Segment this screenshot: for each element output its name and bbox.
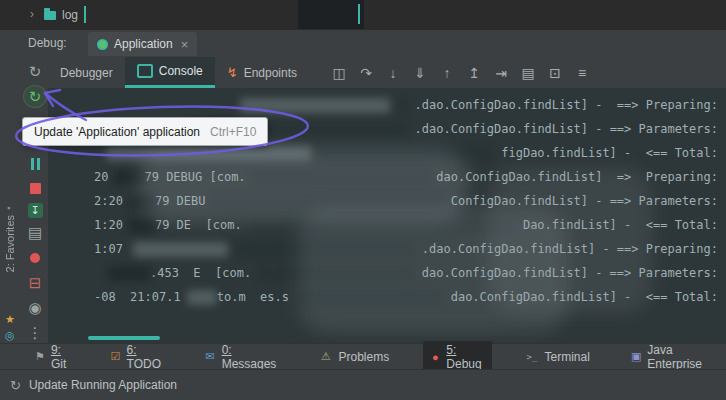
step-into-icon[interactable]: ↓ — [385, 65, 401, 81]
breadcrumb[interactable]: log — [62, 8, 78, 22]
tab-todo[interactable]: ☑ 6: TODO — [103, 341, 170, 373]
camera-button[interactable]: ◉ — [24, 297, 46, 318]
log-line: 2:2079 DEBUConfigDao.findList] - ==> Par… — [48, 189, 726, 213]
endpoints-icon: ↯ — [227, 65, 238, 80]
toolwindow-bottom-bar: ⚑ 9: Git ☑ 6: TODO ✉ 0: Messages ⚠ Probl… — [0, 343, 726, 369]
log-line: 2079 DEBUG [com.dao.ConfigDao.findList] … — [48, 165, 726, 189]
folder-icon — [44, 11, 56, 20]
toolwindow-title: Debug: — [28, 36, 67, 50]
tab-messages[interactable]: ✉ 0: Messages — [198, 341, 286, 373]
star-icon[interactable]: ★ — [5, 313, 15, 326]
sidebar-item-favorites[interactable]: 2: Favorites — [4, 215, 16, 272]
pause-button[interactable] — [24, 153, 46, 174]
bug-icon: ● — [430, 351, 440, 363]
tab-debugger[interactable]: Debugger — [48, 57, 125, 88]
tab-java-enterprise[interactable]: ▣ Java Enterprise — [624, 341, 712, 373]
clear-all-button[interactable]: ⊟ — [24, 272, 46, 293]
force-step-into-icon[interactable]: ⇓ — [412, 65, 428, 81]
editor-caret — [84, 6, 86, 23]
tab-git[interactable]: ⚑ 9: Git — [28, 341, 76, 373]
log-line: .453 E [com.dao.ConfigDao.findList] - ==… — [48, 261, 726, 285]
debugger-tab-label: Debugger — [60, 66, 113, 80]
log-line: 1:07.dao.ConfigDao.findList] - ==> Prepa… — [48, 237, 726, 261]
chevron-icon: › — [30, 7, 34, 21]
messages-icon: ✉ — [205, 350, 216, 363]
stop-button[interactable] — [24, 178, 46, 199]
editor-fragment — [298, 0, 364, 29]
layout-settings-icon[interactable]: ≡ — [574, 65, 590, 81]
application-tab-label: Application — [114, 37, 173, 51]
debugger-left-toolbar: ↻ ↻ ↧ ▤ ⊟ ◉ ⋮ — [22, 57, 48, 343]
editor-caret — [358, 4, 360, 24]
print-button[interactable]: ▤ — [24, 222, 46, 243]
update-application-button[interactable]: ↻ — [24, 86, 46, 107]
update-status-icon: ↻ — [10, 378, 21, 393]
log-line: .dao.ConfigDao.findList] - ==> Preparing… — [48, 93, 726, 117]
pin-icon[interactable]: ▪ — [7, 203, 10, 213]
warning-icon: ⚠ — [319, 350, 332, 363]
tooltip-shortcut: Ctrl+F10 — [210, 125, 256, 139]
step-over-icon[interactable]: ↷ — [358, 65, 374, 81]
more-options-button[interactable]: ⋮ — [24, 322, 46, 343]
status-bar: ↻ Update Running Application — [0, 369, 726, 400]
tab-endpoints[interactable]: ↯ Endpoints — [215, 57, 309, 88]
run-to-cursor-icon[interactable]: ⇥ — [493, 65, 509, 81]
scroll-to-end-button[interactable]: ↧ — [28, 203, 43, 218]
tooltip-text: Update 'Application' application — [34, 125, 200, 139]
endpoints-tab-label: Endpoints — [244, 66, 297, 80]
tab-debug[interactable]: ● 5: Debug — [423, 341, 491, 373]
terminal-icon: >_ — [526, 352, 539, 362]
mute-breakpoints-button[interactable] — [24, 247, 46, 268]
drop-frame-icon[interactable]: ↥ — [466, 65, 482, 81]
tab-application[interactable]: Application × — [88, 32, 197, 56]
editor-strip: › log — [0, 0, 726, 30]
restore-windows-icon[interactable]: ⊡ — [547, 65, 563, 81]
tab-problems[interactable]: ⚠ Problems — [312, 348, 396, 366]
stop-icon — [30, 183, 41, 194]
horizontal-scrollbar-thumb[interactable] — [88, 336, 160, 340]
git-icon: ⚑ — [35, 350, 45, 363]
tooltip: Update 'Application' application Ctrl+F1… — [22, 117, 268, 146]
pause-icon — [31, 158, 40, 170]
tab-terminal[interactable]: >_ Terminal — [519, 348, 597, 366]
debug-toolwindow-header: Debug: Application × — [0, 30, 726, 57]
java-enterprise-icon: ▣ — [631, 350, 641, 363]
console-icon — [137, 64, 153, 78]
breakpoint-icon — [30, 253, 40, 263]
toolwindow-rail: ▪ 2: Favorites ★ ◎ Web ⋮ ∷ — [0, 57, 22, 343]
console-tab-label: Console — [159, 64, 203, 78]
todo-icon: ☑ — [110, 350, 120, 363]
step-out-icon[interactable]: ↑ — [439, 65, 455, 81]
stepping-toolbar: ◫ ↷ ↓ ⇓ ↑ ↥ ⇥ ▤ ⊡ ≡ — [331, 57, 590, 88]
log-line: -08 21:07.1to.m es.sdao.ConfigDao.findLi… — [48, 285, 726, 309]
restore-layout-icon[interactable]: ◫ — [331, 65, 347, 81]
close-icon[interactable]: × — [181, 37, 189, 52]
log-line: 1:2079 DE [com.Dao.findList] - <== Total… — [48, 213, 726, 237]
evaluate-expression-icon[interactable]: ▤ — [520, 65, 536, 81]
application-icon — [97, 39, 108, 50]
rerun-button[interactable]: ↻ — [24, 61, 46, 82]
globe-icon[interactable]: ◎ — [5, 329, 15, 342]
status-message: Update Running Application — [29, 378, 177, 392]
tab-console[interactable]: Console — [125, 57, 215, 88]
debugger-tabs-row: Debugger Console ↯ Endpoints ◫ ↷ ↓ ⇓ ↑ ↥… — [48, 57, 726, 88]
